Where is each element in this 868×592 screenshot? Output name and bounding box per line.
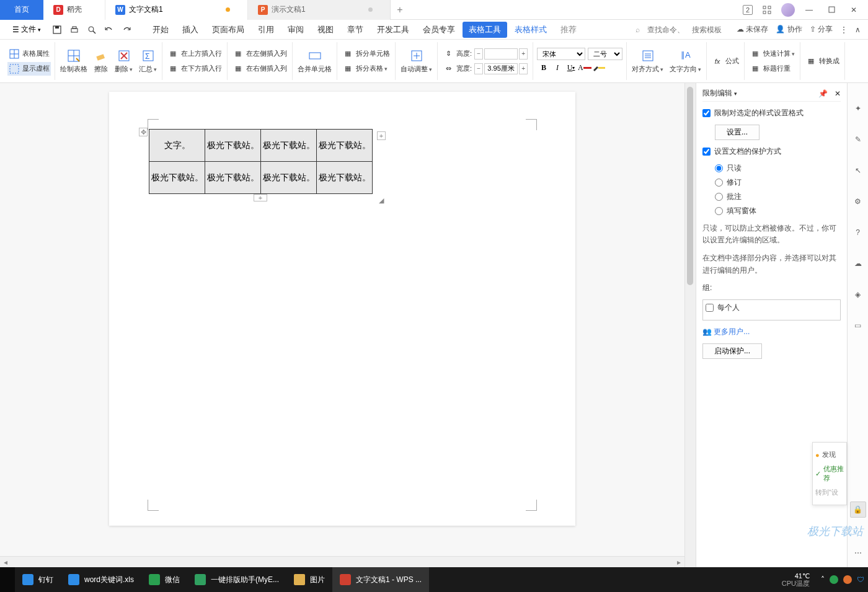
cloud-icon[interactable]: ☁ <box>850 255 866 272</box>
settings-slider-icon[interactable]: ⚙ <box>850 193 866 210</box>
menu-tab-dev[interactable]: 开发工具 <box>371 20 415 39</box>
page-icon[interactable]: ▭ <box>850 317 866 334</box>
scroll-right-icon[interactable]: ▸ <box>673 558 684 567</box>
restrict-style-checkbox[interactable]: 限制对选定的样式设置格式 <box>702 108 841 118</box>
tab-doc-2[interactable]: P 演示文稿1 <box>248 0 391 20</box>
menu-tab-table-tools[interactable]: 表格工具 <box>463 22 507 38</box>
taskbar-item-excel[interactable]: word关键词.xls <box>61 567 141 592</box>
radio-form[interactable]: 填写窗体 <box>715 206 841 216</box>
select-icon[interactable]: ↖ <box>850 162 866 179</box>
taskbar-start[interactable] <box>0 567 15 592</box>
width-plus[interactable]: + <box>519 63 528 74</box>
text-direction-button[interactable]: ∥A文字方向 <box>668 47 702 75</box>
system-tray[interactable]: 41℃CPU温度 ˄ 🛡 <box>776 572 868 587</box>
protect-doc-checkbox[interactable]: 设置文档的保护方式 <box>702 146 841 157</box>
taskbar-item-typeset[interactable]: 一键排版助手(MyE... <box>187 567 286 592</box>
table-cell[interactable]: 极光下载站。 <box>317 130 373 162</box>
split-cells-button[interactable]: ▦拆分单元格 <box>341 47 391 61</box>
group-list[interactable]: 每个人 <box>702 299 841 320</box>
radio-track[interactable]: 修订 <box>715 177 841 188</box>
font-size-select[interactable]: 二号 <box>588 48 622 60</box>
table-cell[interactable]: 极光下载站。 <box>205 162 261 194</box>
tray-shield-icon[interactable]: 🛡 <box>857 575 864 584</box>
insert-left-button[interactable]: ▦在左侧插入列 <box>231 47 288 61</box>
merge-cells-button[interactable]: 合并单元格 <box>296 47 333 75</box>
print-icon[interactable] <box>68 24 81 36</box>
tray-icon[interactable] <box>830 575 838 584</box>
menu-tab-insert[interactable]: 插入 <box>176 20 205 39</box>
align-button[interactable]: 对齐方式 <box>631 47 665 75</box>
apps-icon[interactable] <box>759 2 775 18</box>
lock-icon[interactable]: 🔒 <box>850 501 866 518</box>
menu-tab-chapter[interactable]: 章节 <box>341 20 370 39</box>
tab-home[interactable]: 首页 <box>0 0 43 20</box>
more-icon[interactable]: ⋮ <box>840 25 848 34</box>
taskbar-item-wps[interactable]: 文字文稿1 - WPS ... <box>332 567 429 592</box>
more-strip-icon[interactable]: ⋯ <box>850 545 866 561</box>
menu-tab-start[interactable]: 开始 <box>146 20 175 39</box>
close-panel-icon[interactable]: ✕ <box>835 89 841 98</box>
everyone-checkbox[interactable]: 每个人 <box>706 303 838 313</box>
table-cell[interactable]: 极光下载站。 <box>317 162 373 194</box>
font-color-button[interactable]: A <box>578 61 591 75</box>
window-count[interactable]: 2 <box>743 5 753 15</box>
undo-icon[interactable] <box>103 24 115 36</box>
title-row-button[interactable]: ▦标题行重 <box>748 62 796 76</box>
height-plus[interactable]: + <box>519 48 528 60</box>
table-cell[interactable]: 极光下载站。 <box>261 130 317 162</box>
table-cell[interactable]: 极光下载站。 <box>261 162 317 194</box>
tab-shell[interactable]: D 稻壳 <box>43 0 105 20</box>
menu-tab-table-style[interactable]: 表格样式 <box>508 20 553 39</box>
menu-tab-review[interactable]: 审阅 <box>281 20 310 39</box>
highlight-button[interactable] <box>591 61 605 75</box>
insert-above-button[interactable]: ▦在上方插入行 <box>166 47 223 61</box>
font-name-select[interactable]: 宋体 <box>537 48 585 60</box>
diamond-icon[interactable]: ◈ <box>850 286 866 303</box>
menu-tab-view[interactable]: 视图 <box>311 20 340 39</box>
tray-up-icon[interactable]: ˄ <box>821 575 825 584</box>
share-button[interactable]: ⇪ 分享 <box>810 24 833 35</box>
pen-icon[interactable]: ✎ <box>850 131 866 148</box>
scroll-thumb[interactable] <box>687 87 693 285</box>
close-button[interactable]: ✕ <box>846 2 862 18</box>
menu-tab-layout[interactable]: 页面布局 <box>206 20 250 39</box>
convert-button[interactable]: ▦转换成 <box>804 55 841 68</box>
delete-button[interactable]: 删除 <box>113 47 134 75</box>
height-minus[interactable]: − <box>474 48 483 60</box>
user-avatar[interactable] <box>781 3 795 17</box>
help-icon[interactable]: ? <box>850 224 866 241</box>
document-table[interactable]: 文字。 极光下载站。 极光下载站。 极光下载站。 极光下载站。 极光下载站。 极… <box>149 129 373 194</box>
split-table-button[interactable]: ▦拆分表格 <box>341 62 391 76</box>
discover-float[interactable]: ●发现 ✓ 优惠推荐 转到"设 <box>812 442 847 505</box>
menu-tab-member[interactable]: 会员专享 <box>417 20 461 39</box>
italic-button[interactable]: I <box>551 61 564 75</box>
quick-calc-button[interactable]: ▦快速计算 <box>748 47 796 61</box>
minimize-button[interactable]: — <box>801 2 817 18</box>
file-menu[interactable]: ☰ 文件 ▾ <box>7 22 46 37</box>
document-area[interactable]: ✥ 文字。 极光下载站。 极光下载站。 极光下载站。 极光下载站。 极光下载站。… <box>0 83 684 567</box>
new-tab-button[interactable]: + <box>391 4 409 15</box>
search-command-input[interactable] <box>647 25 684 34</box>
settings-button[interactable]: 设置... <box>715 125 760 140</box>
more-users-link[interactable]: 👥 更多用户... <box>702 327 841 337</box>
search-template-input[interactable] <box>692 25 729 34</box>
print-preview-icon[interactable] <box>86 24 98 36</box>
taskbar-item-pictures[interactable]: 图片 <box>286 567 332 592</box>
draw-table-button[interactable]: 绘制表格 <box>59 47 89 75</box>
tab-doc-1[interactable]: W 文字文稿1 <box>105 0 248 20</box>
menu-tab-recommend[interactable]: 推荐 <box>554 20 583 39</box>
pin-icon[interactable]: 📌 <box>818 89 828 98</box>
underline-button[interactable]: U▾ <box>564 61 578 75</box>
horizontal-scrollbar[interactable]: ◂ ▸ <box>0 556 684 567</box>
show-frame-button[interactable]: 显示虚框 <box>7 62 51 76</box>
menu-tab-ref[interactable]: 引用 <box>252 20 280 39</box>
cpu-temp[interactable]: 41℃CPU温度 <box>776 572 816 587</box>
add-row-button[interactable]: + <box>254 194 267 201</box>
unsaved-button[interactable]: ☁ 未保存 <box>737 24 768 35</box>
width-input[interactable] <box>484 63 518 74</box>
table-cell[interactable]: 极光下载站。 <box>205 130 261 162</box>
assistant-icon[interactable]: ✦ <box>850 100 866 117</box>
tray-icon[interactable] <box>843 575 852 584</box>
taskbar-item-dingding[interactable]: 钉钉 <box>15 567 61 592</box>
table-cell[interactable]: 极光下载站。 <box>149 162 205 194</box>
